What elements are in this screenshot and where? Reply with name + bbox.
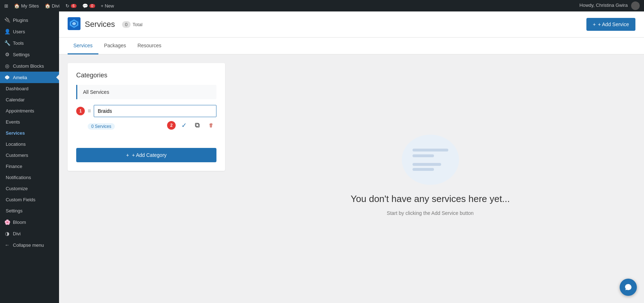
wp-logo-icon[interactable]: ⊞	[4, 3, 8, 9]
plus-icon: +	[593, 21, 596, 27]
action-step-number: 2	[167, 121, 176, 130]
sidebar-item-amelia[interactable]: Amelia	[0, 72, 59, 83]
sidebar-item-custom-fields[interactable]: Custom Fields	[0, 194, 59, 205]
empty-lines	[413, 149, 448, 171]
collapse-menu-button[interactable]: ← Collapse menu	[0, 239, 59, 251]
sidebar: 🔌 Plugins 👤 Users 🔧 Tools ⚙ Settings ◎ C…	[0, 11, 59, 303]
empty-state-subtitle: Start by clicking the Add Service button	[387, 210, 474, 216]
empty-line-group	[413, 163, 448, 171]
divi-bottom-icon: ◑	[4, 231, 10, 236]
categories-card: Categories All Services 1 ≡ 0 Servi	[68, 63, 225, 171]
empty-line-2	[413, 154, 434, 157]
sidebar-item-settings[interactable]: ⚙ Settings	[0, 49, 59, 60]
tab-packages[interactable]: Packages	[98, 38, 132, 54]
user-greeting: Howdy, Christina Gwira	[580, 1, 640, 10]
amelia-logo	[68, 17, 80, 32]
empty-state-title: You don't have any services here yet...	[351, 193, 510, 205]
custom-blocks-icon: ◎	[4, 63, 10, 69]
drag-handle-icon[interactable]: ≡	[88, 108, 91, 114]
new-link[interactable]: + New	[101, 3, 114, 9]
left-panel: Categories All Services 1 ≡ 0 Servi	[68, 63, 225, 287]
category-item-wrapper: 1 ≡ 0 Services 2 ✓	[76, 105, 216, 131]
empty-line-1	[413, 149, 448, 152]
duplicate-button[interactable]	[192, 120, 203, 131]
content-area: Services 0 Total + + Add Service Service…	[59, 11, 644, 303]
bloom-icon: 🌸	[4, 219, 10, 225]
divi-icon: 🏠	[45, 3, 50, 9]
category-step-number: 1	[76, 107, 85, 115]
services-count-badge: 0 Services	[88, 123, 115, 130]
sidebar-item-events[interactable]: Events	[0, 116, 59, 128]
sidebar-item-sidebar-settings[interactable]: Settings	[0, 205, 59, 216]
sidebar-item-finance[interactable]: Finance	[0, 161, 59, 172]
amelia-submenu: Dashboard Calendar Appointments Events S…	[0, 83, 59, 216]
sidebar-item-notifications[interactable]: Notifications	[0, 172, 59, 183]
add-category-button[interactable]: + + Add Category	[76, 148, 216, 162]
my-sites-icon: 🏠	[14, 3, 20, 9]
all-services-row[interactable]: All Services	[76, 85, 216, 99]
avatar	[631, 1, 640, 10]
plugins-icon: 🔌	[4, 17, 10, 23]
tab-services[interactable]: Services	[68, 38, 98, 54]
sidebar-item-users[interactable]: 👤 Users	[0, 26, 59, 37]
my-sites-link[interactable]: 🏠 My Sites	[14, 3, 39, 9]
comments-icon: 💬	[82, 3, 88, 9]
plus-icon-category: +	[126, 152, 129, 158]
chat-bubble-button[interactable]	[620, 279, 637, 296]
add-service-button[interactable]: + + Add Service	[586, 18, 635, 31]
category-name-input[interactable]	[94, 105, 216, 117]
two-col-layout: Categories All Services 1 ≡ 0 Servi	[59, 54, 644, 296]
sidebar-item-services[interactable]: Services	[0, 128, 59, 139]
empty-illustration	[402, 135, 459, 185]
tab-resources[interactable]: Resources	[132, 38, 167, 54]
confirm-button[interactable]: ✓	[179, 120, 189, 131]
settings-icon: ⚙	[4, 52, 10, 57]
categories-title: Categories	[76, 72, 216, 79]
sidebar-item-appointments[interactable]: Appointments	[0, 105, 59, 116]
empty-line-4	[413, 168, 434, 171]
sidebar-item-customers[interactable]: Customers	[0, 150, 59, 161]
sidebar-item-calendar[interactable]: Calendar	[0, 94, 59, 105]
sidebar-item-bloom[interactable]: 🌸 Bloom	[0, 216, 59, 228]
sidebar-item-tools[interactable]: 🔧 Tools	[0, 37, 59, 49]
sidebar-item-dashboard[interactable]: Dashboard	[0, 83, 59, 94]
divi-link[interactable]: 🏠 Divi	[45, 3, 60, 9]
sidebar-item-custom-blocks[interactable]: ◎ Custom Blocks	[0, 60, 59, 72]
empty-line-3	[413, 163, 441, 166]
delete-button[interactable]	[206, 120, 216, 131]
tabs-bar: Services Packages Resources	[59, 38, 644, 54]
category-bottom-row: 0 Services 2 ✓	[88, 120, 216, 131]
sidebar-item-divi-bottom[interactable]: ◑ Divi	[0, 228, 59, 239]
page-header: Services 0 Total + + Add Service	[59, 11, 644, 38]
page-title: Services	[85, 20, 115, 29]
total-badge: 0 Total	[122, 21, 142, 28]
sidebar-item-plugins[interactable]: 🔌 Plugins	[0, 14, 59, 26]
right-panel: You don't have any services here yet... …	[225, 63, 635, 287]
page-header-left: Services 0 Total	[68, 17, 586, 32]
collapse-icon: ←	[4, 242, 10, 248]
sidebar-item-customize[interactable]: Customize	[0, 183, 59, 194]
amelia-icon	[4, 74, 10, 80]
comments-link[interactable]: 💬 0	[82, 3, 95, 9]
category-item: 1 ≡	[76, 105, 216, 117]
tools-icon: 🔧	[4, 40, 10, 46]
updates-icon: ↻	[65, 3, 69, 9]
updates-link[interactable]: ↻ 6	[65, 3, 77, 9]
svg-marker-0	[5, 75, 9, 80]
admin-bar: ⊞ 🏠 My Sites 🏠 Divi ↻ 6 💬 0 + New Howdy,…	[0, 0, 644, 11]
sidebar-item-locations[interactable]: Locations	[0, 139, 59, 150]
users-icon: 👤	[4, 29, 10, 34]
